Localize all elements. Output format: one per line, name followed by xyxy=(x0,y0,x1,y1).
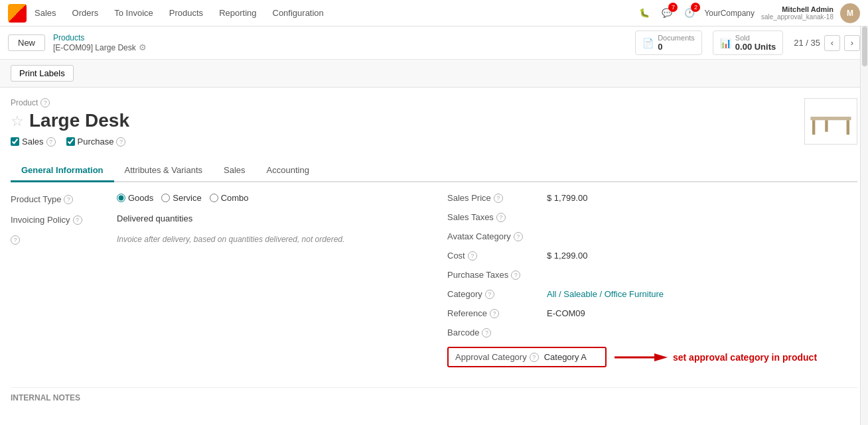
nav-right-section: 🐛 💬 7 🕐 2 YourCompany Mitchell Admin sal… xyxy=(636,3,860,23)
scroll-thumb[interactable] xyxy=(862,27,867,66)
avatax-help-icon[interactable]: ? xyxy=(514,232,523,241)
invoicing-note-value: Invoice after delivery, based on quantit… xyxy=(117,234,421,244)
scrollbar[interactable] xyxy=(860,27,868,413)
purchase-checkbox-label[interactable]: Purchase ? xyxy=(66,137,126,147)
reference-help-icon[interactable]: ? xyxy=(490,309,499,318)
approval-category-box: Approval Category ? Category A xyxy=(447,347,607,367)
approval-category-wrapper: Approval Category ? Category A set appro… xyxy=(447,347,857,367)
radio-combo[interactable]: Combo xyxy=(210,193,249,203)
svg-rect-2 xyxy=(847,120,849,135)
cost-row: Cost ? $ 1,299.00 xyxy=(447,251,857,261)
invoicing-help-icon[interactable]: ? xyxy=(73,215,82,225)
approval-category-help-icon[interactable]: ? xyxy=(530,353,539,362)
category-help-icon[interactable]: ? xyxy=(485,290,494,299)
purchase-checkbox[interactable] xyxy=(66,137,75,146)
pager-text: 21 / 35 xyxy=(794,38,820,48)
approval-category-label: Approval Category ? xyxy=(455,352,539,362)
purchase-taxes-help-icon[interactable]: ? xyxy=(511,271,520,280)
user-info: Mitchell Admin sale_approval_kanak-18 xyxy=(761,5,833,21)
product-help-icon[interactable]: ? xyxy=(40,98,50,107)
svg-marker-5 xyxy=(654,353,668,361)
sales-taxes-help-icon[interactable]: ? xyxy=(496,213,506,222)
category-label: Category ? xyxy=(447,289,547,299)
sales-price-help-icon[interactable]: ? xyxy=(494,194,503,203)
nav-sales[interactable]: Sales xyxy=(32,0,59,27)
nav-products[interactable]: Products xyxy=(167,0,206,27)
action-bar-right: 📄 Documents 0 📊 Sold 0.00 Units 21 / 35 … xyxy=(635,30,860,55)
reference-value: E-COM09 xyxy=(547,308,585,318)
nav-reporting[interactable]: Reporting xyxy=(216,0,259,27)
right-column: Sales Price ? $ 1,799.00 Sales Taxes ? A… xyxy=(447,193,857,377)
breadcrumb: Products [E-COM09] Large Desk ⚙ xyxy=(53,33,147,52)
top-navigation: Sales Orders To Invoice Products Reporti… xyxy=(0,0,868,27)
print-labels-button[interactable]: Print Labels xyxy=(11,65,74,82)
sold-value: 0.00 Units xyxy=(735,42,776,52)
company-name: YourCompany xyxy=(704,9,755,18)
nav-to-invoice[interactable]: To Invoice xyxy=(111,0,156,27)
document-icon: 📄 xyxy=(642,38,654,48)
purchase-help-icon[interactable]: ? xyxy=(116,137,125,147)
radio-service[interactable]: Service xyxy=(161,193,201,203)
user-avatar[interactable]: M xyxy=(840,3,860,23)
nav-configuration[interactable]: Configuration xyxy=(270,0,326,27)
reference-row: Reference ? E-COM09 xyxy=(447,308,857,318)
tab-attributes-variants[interactable]: Attributes & Variants xyxy=(114,160,214,182)
product-checkboxes: Sales ? Purchase ? xyxy=(11,137,804,147)
sold-label: Sold xyxy=(735,34,776,42)
sales-checkbox[interactable] xyxy=(11,137,19,146)
sales-taxes-row: Sales Taxes ? xyxy=(447,212,857,222)
activity-icon-button[interactable]: 🕐 2 xyxy=(682,5,697,21)
bug-icon-button[interactable]: 🐛 xyxy=(636,5,652,21)
invoicing-value: Delivered quantities xyxy=(117,213,421,223)
product-tabs: General Information Attributes & Variant… xyxy=(11,160,857,182)
barcode-row: Barcode ? xyxy=(447,328,857,337)
breadcrumb-products[interactable]: Products xyxy=(53,33,147,42)
product-header: Product ? ☆ Large Desk Sales ? Purchase … xyxy=(11,98,857,154)
user-name: Mitchell Admin xyxy=(782,5,833,13)
tab-sales[interactable]: Sales xyxy=(213,160,256,182)
documents-button[interactable]: 📄 Documents 0 xyxy=(635,30,702,55)
svg-rect-1 xyxy=(812,120,815,135)
cost-help-icon[interactable]: ? xyxy=(468,251,477,261)
category-value[interactable]: All / Saleable / Office Furniture xyxy=(547,289,664,299)
sold-button[interactable]: 📊 Sold 0.00 Units xyxy=(713,30,783,55)
sales-taxes-label: Sales Taxes ? xyxy=(447,212,547,222)
invoicing-extra-help-icon[interactable]: ? xyxy=(11,235,20,245)
avatax-label: Avatax Category ? xyxy=(447,231,547,241)
nav-orders[interactable]: Orders xyxy=(70,0,102,27)
print-labels-bar: Print Labels xyxy=(0,60,868,88)
invoicing-policy-row: Invoicing Policy ? Delivered quantities xyxy=(11,213,421,225)
barcode-help-icon[interactable]: ? xyxy=(482,328,491,337)
sales-price-value: $ 1,799.00 xyxy=(547,193,587,203)
arrow-icon xyxy=(615,349,668,365)
sales-checkbox-label[interactable]: Sales ? xyxy=(11,137,56,147)
odoo-logo[interactable] xyxy=(8,4,27,23)
activity-badge: 2 xyxy=(691,3,700,12)
chat-badge: 7 xyxy=(668,3,678,12)
product-label: Product ? xyxy=(11,98,804,107)
approval-category-value[interactable]: Category A xyxy=(544,352,587,362)
tab-accounting[interactable]: Accounting xyxy=(256,160,320,182)
category-row: Category ? All / Saleable / Office Furni… xyxy=(447,289,857,299)
radio-goods[interactable]: Goods xyxy=(117,193,153,203)
product-type-help-icon[interactable]: ? xyxy=(64,195,73,204)
pager-next-button[interactable]: › xyxy=(844,35,860,51)
product-type-value: Goods Service Combo xyxy=(117,193,421,203)
chart-icon: 📊 xyxy=(720,38,731,48)
tab-general-information[interactable]: General Information xyxy=(11,160,114,182)
product-type-row: Product Type ? Goods Service xyxy=(11,193,421,204)
pager-prev-button[interactable]: ‹ xyxy=(824,35,840,51)
user-subtitle: sale_approval_kanak-18 xyxy=(761,13,833,21)
annotation-text: set approval category in product xyxy=(673,352,817,363)
tab-content: Product Type ? Goods Service xyxy=(11,193,857,377)
gear-icon[interactable]: ⚙ xyxy=(139,42,147,52)
sales-help-icon[interactable]: ? xyxy=(46,137,56,147)
chat-icon-button[interactable]: 💬 7 xyxy=(659,5,675,21)
purchase-label: Purchase xyxy=(78,137,114,147)
purchase-taxes-label: Purchase Taxes ? xyxy=(447,270,547,280)
favorite-icon[interactable]: ☆ xyxy=(11,114,24,129)
internal-notes-label: INTERNAL NOTES xyxy=(11,387,857,402)
sales-label: Sales xyxy=(22,137,44,147)
new-button[interactable]: New xyxy=(8,34,45,51)
invoicing-note-help: ? xyxy=(11,234,117,245)
